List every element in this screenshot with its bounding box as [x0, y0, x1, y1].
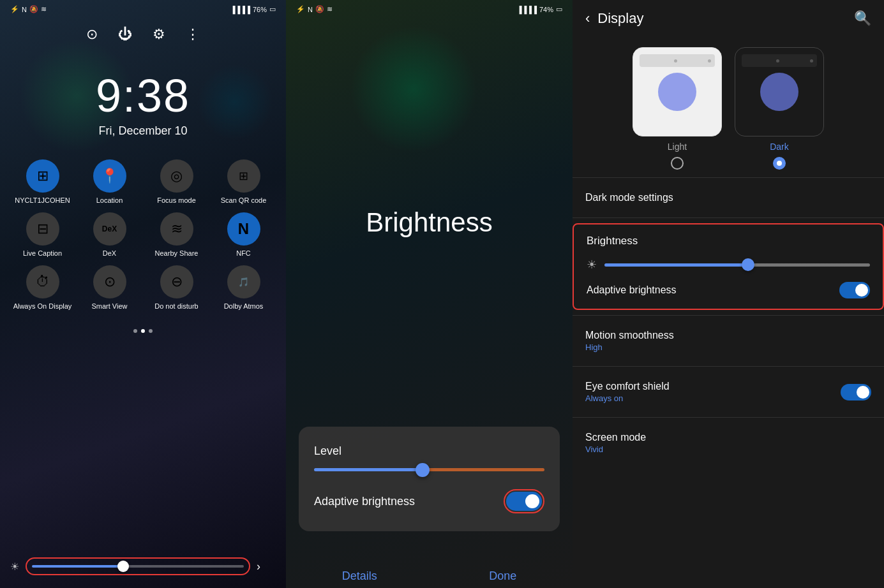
wifi-icon: ≋ [41, 5, 47, 13]
level-label: Level [314, 445, 544, 458]
adaptive-display-row: Adaptive brightness [587, 282, 870, 298]
theme-circle-dark [760, 73, 798, 111]
eye-comfort-text: Eye comfort shield Always on [585, 381, 670, 403]
tile-nearbyshare[interactable]: ≋ Nearby Share [147, 212, 206, 258]
motion-smoothness-title: Motion smoothness [585, 330, 871, 341]
theme-preview-light [633, 47, 722, 136]
status-icons-left: ⚡ N 🔕 ≋ [10, 5, 47, 13]
quick-controls-bar: ⊙ ⏻ ⚙ ⋮ [0, 18, 286, 50]
tile-location[interactable]: 📍 Location [80, 159, 139, 205]
clock-date: Fri, December 10 [0, 124, 286, 138]
details-button[interactable]: Details [342, 570, 377, 583]
status-icons-right: ▐▐▐▐ 76% ▭ [230, 5, 276, 13]
motion-smoothness-row[interactable]: Motion smoothness High [573, 318, 884, 364]
display-header: ‹ Display 🔍 [573, 0, 884, 37]
signal-mid-icon: ▐▐▐▐ [517, 6, 537, 13]
eye-comfort-toggle-knob [857, 386, 869, 399]
quick-tiles-grid: ⊞ NYCLT1JCOHEN 📍 Location ◎ Focus mode ⊞… [0, 144, 286, 319]
battery-mid-icon: ▭ [556, 5, 562, 13]
tile-label-dolbyatmos: Dolby Atmos [224, 302, 264, 311]
brightness-track[interactable] [32, 565, 244, 568]
tile-label-alwayson: Always On Display [13, 302, 72, 311]
divider-4 [573, 366, 884, 367]
theme-option-dark[interactable]: Dark [735, 47, 824, 170]
brightness-title-area: Brightness [286, 18, 573, 401]
status-icons-mid-left: ⚡ N 🔕 ≋ [296, 5, 333, 13]
divider-2 [573, 217, 884, 218]
tile-icon-livecaption: ⊟ [26, 212, 59, 246]
tile-nfc[interactable]: N NFC [214, 212, 273, 258]
tile-icon-focus: ◎ [160, 159, 193, 193]
tile-icon-location: 📍 [93, 159, 126, 193]
time-date-display: 9:38 Fri, December 10 [0, 50, 286, 144]
status-bar: ⚡ N 🔕 ≋ ▐▐▐▐ 76% ▭ [0, 0, 286, 18]
tile-focus[interactable]: ◎ Focus mode [147, 159, 206, 205]
tile-smartview[interactable]: ⊙ Smart View [80, 265, 139, 311]
screen-mode-title: Screen mode [585, 432, 871, 443]
nfc-mid-icon: N [308, 6, 313, 13]
tile-icon-nearbyshare: ≋ [160, 212, 193, 246]
bluetooth-icon: ⚡ [10, 5, 19, 13]
settings-quick-icon[interactable]: ⚙ [153, 26, 165, 43]
search-quick-icon[interactable]: ⊙ [86, 26, 98, 43]
eye-comfort-row[interactable]: Eye comfort shield Always on [573, 369, 884, 415]
lock-screen-panel: ⚡ N 🔕 ≋ ▐▐▐▐ 76% ▭ ⊙ ⏻ ⚙ ⋮ 9:38 Fri, Dec… [0, 0, 286, 588]
theme-radio-light[interactable] [671, 157, 684, 170]
level-slider-track[interactable] [314, 468, 544, 471]
tile-label-scanqr: Scan QR code [221, 196, 267, 205]
theme-option-light[interactable]: Light [633, 47, 722, 170]
eye-comfort-toggle[interactable] [841, 384, 871, 401]
theme-dot-dark [776, 59, 779, 62]
theme-dot-dark2 [810, 59, 813, 62]
tile-livecaption[interactable]: ⊟ Live Caption [13, 212, 72, 258]
brightness-slider-outline[interactable] [26, 557, 250, 575]
tile-scanqr[interactable]: ⊞ Scan QR code [214, 159, 273, 205]
tile-icon-nyclt: ⊞ [26, 159, 59, 193]
wifi-mid-icon: ≋ [327, 5, 333, 13]
dark-mode-settings-row[interactable]: Dark mode settings [573, 180, 884, 215]
tile-dex[interactable]: DeX DeX [80, 212, 139, 258]
battery-text: 76% [253, 6, 267, 13]
brightness-slider-display-row[interactable]: ☀ [587, 258, 870, 272]
level-slider-row[interactable] [314, 468, 544, 471]
tile-nyclt[interactable]: ⊞ NYCLT1JCOHEN [13, 159, 72, 205]
screen-mode-value: Vivid [585, 445, 871, 454]
divider-5 [573, 417, 884, 418]
page-title: Display [597, 10, 854, 27]
dark-mode-title: Dark mode settings [585, 192, 871, 203]
done-button[interactable]: Done [489, 570, 516, 583]
level-slider-thumb[interactable] [416, 463, 430, 477]
back-button[interactable]: ‹ [585, 10, 590, 27]
adaptive-display-label: Adaptive brightness [587, 284, 677, 296]
more-quick-icon[interactable]: ⋮ [186, 26, 200, 43]
tile-label-location: Location [96, 196, 123, 205]
screen-mode-row[interactable]: Screen mode Vivid [573, 420, 884, 466]
battery-mid-text: 74% [539, 6, 553, 13]
search-button[interactable]: 🔍 [854, 10, 871, 27]
chevron-right-icon[interactable]: › [257, 560, 260, 573]
eye-comfort-value: Always on [585, 393, 670, 403]
tile-icon-donotdisturb: ⊖ [160, 265, 193, 298]
tile-icon-dolbyatmos: 🎵 [227, 265, 260, 298]
brightness-display-thumb[interactable] [742, 258, 754, 271]
tile-dolbyatmos[interactable]: 🎵 Dolby Atmos [214, 265, 273, 311]
brightness-settings-section: Brightness ☀ Adaptive brightness [573, 223, 884, 310]
brightness-bar-bottom[interactable]: ☀ › [10, 557, 260, 575]
motion-smoothness-value: High [585, 342, 871, 352]
brightness-title-text: Brightness [366, 207, 492, 238]
status-bar-mid: ⚡ N 🔕 ≋ ▐▐▐▐ 74% ▭ [286, 0, 573, 18]
brightness-dialog-card: Level Adaptive brightness [299, 427, 560, 531]
dialog-footer: Details Done [286, 557, 573, 588]
brightness-thumb[interactable] [117, 561, 129, 572]
tile-alwayson[interactable]: ⏱ Always On Display [13, 265, 72, 311]
brightness-display-track[interactable] [604, 263, 870, 267]
toggle-small-knob [855, 284, 868, 297]
theme-radio-dark[interactable] [773, 157, 786, 170]
theme-label-dark: Dark [770, 142, 789, 152]
adaptive-display-toggle[interactable] [839, 282, 870, 298]
power-quick-icon[interactable]: ⏻ [118, 26, 132, 43]
adaptive-toggle[interactable] [506, 492, 542, 511]
theme-dot-light [674, 59, 677, 62]
brightness-dialog-panel: ⚡ N 🔕 ≋ ▐▐▐▐ 74% ▭ Brightness Level Adap… [286, 0, 573, 588]
tile-donotdisturb[interactable]: ⊖ Do not disturb [147, 265, 206, 311]
